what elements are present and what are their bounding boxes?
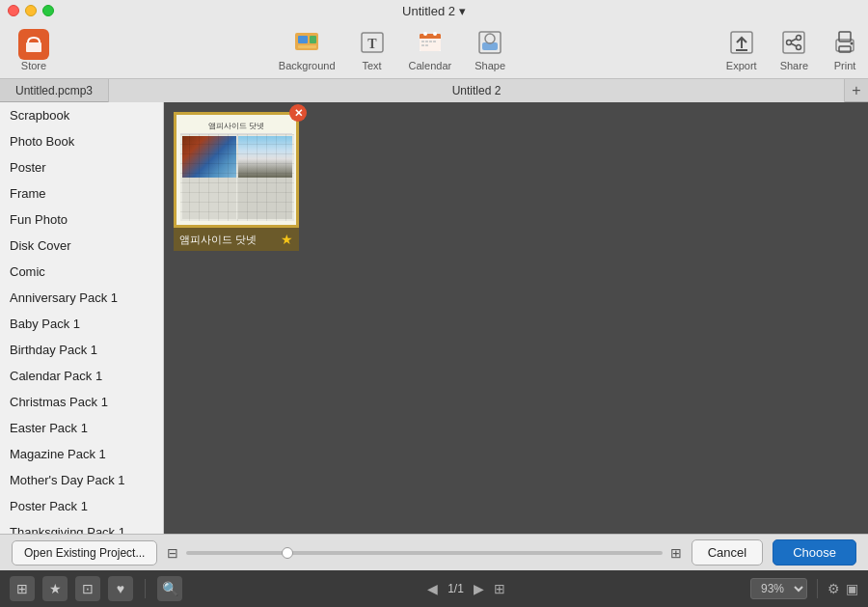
sidebar-item-anniversary-pack[interactable]: Anniversary Pack 1 bbox=[0, 285, 163, 311]
bottom-bar: Open Existing Project... ⊟ ⊞ Cancel Choo… bbox=[0, 534, 868, 570]
template-label-bar: 앰피사이드 닷넷 ★ bbox=[174, 228, 299, 251]
sidebar-item-baby-pack[interactable]: Baby Pack 1 bbox=[0, 311, 163, 337]
tab-untitled-pcmp3[interactable]: Untitled.pcmp3 bbox=[0, 79, 109, 102]
sidebar-item-poster-pack[interactable]: Poster Pack 1 bbox=[0, 493, 163, 519]
svg-rect-14 bbox=[425, 41, 428, 42]
svg-point-11 bbox=[423, 32, 427, 36]
status-separator-2 bbox=[817, 579, 818, 598]
svg-point-27 bbox=[797, 35, 801, 40]
background-icon bbox=[293, 29, 320, 56]
choose-button[interactable]: Choose bbox=[773, 539, 856, 566]
store-label: Store bbox=[21, 60, 46, 71]
store-icon bbox=[18, 29, 49, 60]
next-page-button[interactable]: ▶ bbox=[474, 581, 484, 596]
text-tool[interactable]: T Text bbox=[359, 29, 386, 71]
close-button[interactable] bbox=[8, 5, 19, 16]
panel-icon[interactable]: ▣ bbox=[846, 581, 858, 596]
page-grid-button[interactable]: ⊞ bbox=[494, 581, 505, 596]
slider-max-icon: ⊞ bbox=[670, 545, 682, 561]
svg-rect-13 bbox=[421, 41, 424, 42]
tab-add-button[interactable]: + bbox=[845, 79, 868, 102]
maximize-button[interactable] bbox=[42, 5, 54, 16]
sidebar-item-fun-photo[interactable]: Fun Photo bbox=[0, 207, 163, 233]
heart-icon[interactable]: ♥ bbox=[108, 576, 133, 601]
template-star-icon[interactable]: ★ bbox=[281, 232, 293, 247]
svg-rect-16 bbox=[433, 41, 436, 42]
toolbar-right-group: Export Share bbox=[726, 29, 858, 71]
svg-point-28 bbox=[797, 44, 801, 49]
svg-line-29 bbox=[791, 39, 797, 41]
search-icon[interactable]: 🔍 bbox=[157, 576, 182, 601]
template-grid bbox=[180, 134, 294, 221]
template-inner: 앰피사이드 닷넷 bbox=[174, 112, 299, 228]
template-label-text: 앰피사이드 닷넷 bbox=[179, 233, 257, 247]
sidebar-item-photo-book[interactable]: Photo Book bbox=[0, 128, 163, 154]
sidebar-item-magazine-pack[interactable]: Magazine Pack 1 bbox=[0, 441, 163, 467]
favorites-icon[interactable]: ★ bbox=[42, 576, 68, 601]
share-tool[interactable]: Share bbox=[780, 29, 808, 71]
cancel-button[interactable]: Cancel bbox=[692, 539, 763, 566]
window-title: Untitled 2 bbox=[402, 4, 455, 18]
zoom-select[interactable]: 93% bbox=[750, 578, 807, 599]
background-label: Background bbox=[279, 60, 336, 71]
status-bar: ⊞ ★ ⊡ ♥ 🔍 ◀ 1/1 ▶ ⊞ 93% ⚙ ▣ bbox=[0, 570, 868, 607]
zoom-slider[interactable] bbox=[186, 551, 662, 555]
title-bar: Untitled 2 ▾ bbox=[0, 0, 868, 21]
status-right: 93% ⚙ ▣ bbox=[750, 578, 858, 599]
svg-rect-18 bbox=[425, 44, 428, 46]
minimize-button[interactable] bbox=[25, 5, 37, 16]
svg-rect-17 bbox=[421, 44, 424, 46]
tab-untitled2[interactable]: Untitled 2 bbox=[109, 79, 845, 102]
sidebar-item-thanksgiving-pack[interactable]: Thanksgiving Pack 1 bbox=[0, 519, 163, 534]
sidebar: Scrapbook Photo Book Poster Frame Fun Ph… bbox=[0, 102, 164, 534]
slider-min-icon: ⊟ bbox=[167, 545, 178, 561]
text-icon: T bbox=[359, 29, 386, 56]
background-tool[interactable]: Background bbox=[279, 29, 336, 71]
print-label: Print bbox=[834, 60, 856, 71]
photo-cell-4 bbox=[238, 178, 292, 219]
svg-point-12 bbox=[433, 32, 437, 36]
store-button[interactable]: Store bbox=[10, 29, 58, 71]
sidebar-item-comic[interactable]: Comic bbox=[0, 259, 163, 285]
template-thumbnail[interactable]: ✕ 앰피사이드 닷넷 bbox=[174, 112, 299, 251]
page-navigation: ◀ 1/1 ▶ ⊞ bbox=[190, 581, 743, 596]
title-chevron: ▾ bbox=[459, 4, 466, 18]
print-tool[interactable]: Print bbox=[831, 29, 858, 71]
shape-tool[interactable]: Shape bbox=[475, 29, 505, 71]
grid-view-icon[interactable]: ⊞ bbox=[10, 576, 35, 601]
text-label: Text bbox=[362, 60, 381, 71]
sidebar-item-frame[interactable]: Frame bbox=[0, 180, 163, 207]
share-label: Share bbox=[780, 60, 808, 71]
traffic-lights bbox=[8, 5, 54, 16]
toolbar: Store Background T T bbox=[0, 21, 868, 79]
crop-icon[interactable]: ⊡ bbox=[75, 576, 100, 601]
settings-icon[interactable]: ⚙ bbox=[827, 581, 840, 596]
canvas-area: ✕ 앰피사이드 닷넷 bbox=[164, 102, 868, 534]
template-header: 앰피사이드 닷넷 bbox=[180, 119, 292, 134]
shape-label: Shape bbox=[475, 60, 505, 71]
sidebar-item-mothers-day-pack[interactable]: Mother's Day Pack 1 bbox=[0, 467, 163, 493]
svg-rect-15 bbox=[429, 41, 432, 42]
zoom-slider-thumb[interactable] bbox=[282, 547, 293, 559]
template-close-button[interactable]: ✕ bbox=[289, 104, 307, 122]
sidebar-item-poster[interactable]: Poster bbox=[0, 154, 163, 180]
calendar-icon bbox=[417, 29, 444, 56]
prev-page-button[interactable]: ◀ bbox=[427, 581, 438, 596]
print-icon bbox=[831, 29, 858, 56]
sidebar-item-easter-pack[interactable]: Easter Pack 1 bbox=[0, 415, 163, 441]
svg-line-30 bbox=[791, 43, 797, 46]
calendar-tool[interactable]: Calendar bbox=[409, 29, 452, 71]
sidebar-item-christmas-pack[interactable]: Christmas Pack 1 bbox=[0, 389, 163, 415]
photo-cell-3 bbox=[182, 178, 236, 219]
sidebar-item-disk-cover[interactable]: Disk Cover bbox=[0, 233, 163, 259]
svg-point-34 bbox=[851, 41, 854, 44]
open-existing-project-button[interactable]: Open Existing Project... bbox=[12, 540, 157, 566]
sidebar-item-birthday-pack[interactable]: Birthday Pack 1 bbox=[0, 337, 163, 363]
sidebar-item-scrapbook[interactable]: Scrapbook bbox=[0, 102, 163, 128]
export-tool[interactable]: Export bbox=[726, 29, 757, 71]
tab-bar: Untitled.pcmp3 Untitled 2 + bbox=[0, 79, 868, 102]
shape-icon bbox=[476, 29, 503, 56]
share-icon bbox=[780, 29, 807, 56]
svg-rect-3 bbox=[310, 36, 316, 43]
sidebar-item-calendar-pack[interactable]: Calendar Pack 1 bbox=[0, 363, 163, 389]
